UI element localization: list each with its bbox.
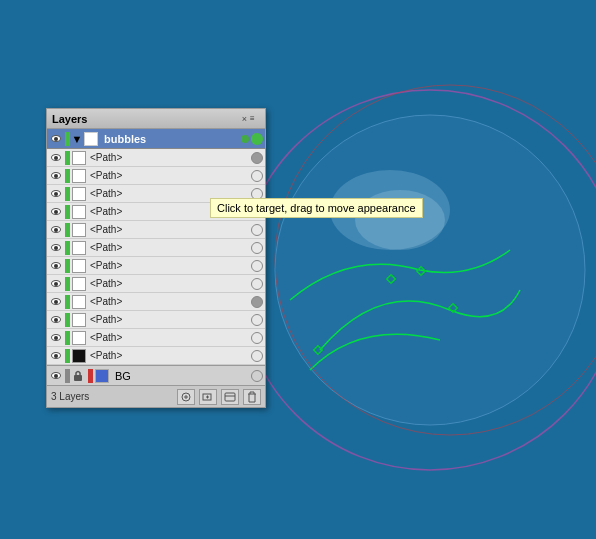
layers-panel: Layers × ≡ ▼ bubbles <Path> [46, 108, 266, 408]
path1-visibility[interactable] [49, 151, 63, 165]
path12-thumbnail [72, 349, 86, 363]
bg-layer-row[interactable]: BG [47, 365, 265, 385]
path4-label: <Path> [88, 206, 249, 217]
bubbles-target-indicator[interactable] [251, 133, 263, 145]
path-row-12[interactable]: <Path> [47, 347, 265, 365]
bubbles-thumbnail [84, 132, 98, 146]
new-layer-from-selection-button[interactable] [177, 389, 195, 405]
path9-thumbnail [72, 295, 86, 309]
eye-icon [51, 372, 61, 379]
panel-close-button[interactable]: × [242, 114, 247, 124]
panel-controls: × ≡ [242, 114, 260, 124]
path-row-10[interactable]: <Path> [47, 311, 265, 329]
path3-thumbnail [72, 187, 86, 201]
new-sublayer-button[interactable] [199, 389, 217, 405]
path2-color-bar [65, 169, 70, 183]
path-row-5[interactable]: <Path> [47, 221, 265, 239]
eye-icon [51, 190, 61, 197]
path5-label: <Path> [88, 224, 249, 235]
eye-icon [51, 298, 61, 305]
path10-thumbnail [72, 313, 86, 327]
panel-menu-button[interactable]: ≡ [250, 114, 260, 123]
panel-toolbar: 3 Layers [47, 385, 265, 407]
path-row-1[interactable]: <Path> [47, 149, 265, 167]
path3-target[interactable] [251, 188, 263, 200]
path9-visibility[interactable] [49, 295, 63, 309]
path8-thumbnail [72, 277, 86, 291]
delete-layer-button[interactable] [243, 389, 261, 405]
path10-label: <Path> [88, 314, 249, 325]
path2-visibility[interactable] [49, 169, 63, 183]
path2-target[interactable] [251, 170, 263, 182]
path8-target[interactable] [251, 278, 263, 290]
eye-icon [51, 226, 61, 233]
path11-label: <Path> [88, 332, 249, 343]
svg-rect-9 [74, 375, 82, 381]
bg-layer-name: BG [111, 370, 249, 382]
path3-label: <Path> [88, 188, 249, 199]
path-row-9[interactable]: <Path> [47, 293, 265, 311]
path8-visibility[interactable] [49, 277, 63, 291]
panel-titlebar: Layers × ≡ [47, 109, 265, 129]
paths-list: <Path> <Path> <Path> <Path> [47, 149, 265, 365]
path7-visibility[interactable] [49, 259, 63, 273]
bubbles-color-bar [65, 132, 70, 146]
path-row-2[interactable]: <Path> [47, 167, 265, 185]
path11-target[interactable] [251, 332, 263, 344]
svg-point-3 [355, 190, 445, 250]
eye-icon [51, 172, 61, 179]
path10-target[interactable] [251, 314, 263, 326]
path4-target[interactable] [251, 206, 263, 218]
path10-color-bar [65, 313, 70, 327]
path4-thumbnail [72, 205, 86, 219]
eye-icon [51, 316, 61, 323]
path-row-4[interactable]: <Path> [47, 203, 265, 221]
bubbles-layer-name: bubbles [100, 133, 239, 145]
path10-visibility[interactable] [49, 313, 63, 327]
bubbles-visibility-toggle[interactable] [49, 132, 63, 146]
eye-icon [51, 280, 61, 287]
path3-visibility[interactable] [49, 187, 63, 201]
path5-target[interactable] [251, 224, 263, 236]
eye-icon [51, 135, 61, 142]
path12-color-bar [65, 349, 70, 363]
path6-thumbnail [72, 241, 86, 255]
path9-label: <Path> [88, 296, 249, 307]
eye-icon [51, 352, 61, 359]
path6-visibility[interactable] [49, 241, 63, 255]
bubbles-collapse-button[interactable]: ▼ [72, 134, 82, 144]
path-row-7[interactable]: <Path> [47, 257, 265, 275]
path3-color-bar [65, 187, 70, 201]
eye-icon [51, 154, 61, 161]
path6-target[interactable] [251, 242, 263, 254]
path5-color-bar [65, 223, 70, 237]
bubbles-status-dot [241, 135, 249, 143]
path9-target[interactable] [251, 296, 263, 308]
path-row-6[interactable]: <Path> [47, 239, 265, 257]
path7-target[interactable] [251, 260, 263, 272]
path2-label: <Path> [88, 170, 249, 181]
path12-label: <Path> [88, 350, 249, 361]
path1-target[interactable] [251, 152, 263, 164]
path-row-3[interactable]: <Path> [47, 185, 265, 203]
path11-color-bar [65, 331, 70, 345]
path4-visibility[interactable] [49, 205, 63, 219]
move-selection-button[interactable] [221, 389, 239, 405]
bg-lock-bar [65, 369, 70, 383]
layer-count-label: 3 Layers [51, 391, 173, 402]
path2-thumbnail [72, 169, 86, 183]
svg-rect-12 [225, 393, 235, 401]
bg-target[interactable] [251, 370, 263, 382]
bubbles-layer-row[interactable]: ▼ bubbles [47, 129, 265, 149]
path-row-8[interactable]: <Path> [47, 275, 265, 293]
path5-thumbnail [72, 223, 86, 237]
path1-color-bar [65, 151, 70, 165]
bg-visibility-toggle[interactable] [49, 369, 63, 383]
path12-target[interactable] [251, 350, 263, 362]
path-row-11[interactable]: <Path> [47, 329, 265, 347]
path1-thumbnail [72, 151, 86, 165]
path6-label: <Path> [88, 242, 249, 253]
path12-visibility[interactable] [49, 349, 63, 363]
path11-visibility[interactable] [49, 331, 63, 345]
path5-visibility[interactable] [49, 223, 63, 237]
